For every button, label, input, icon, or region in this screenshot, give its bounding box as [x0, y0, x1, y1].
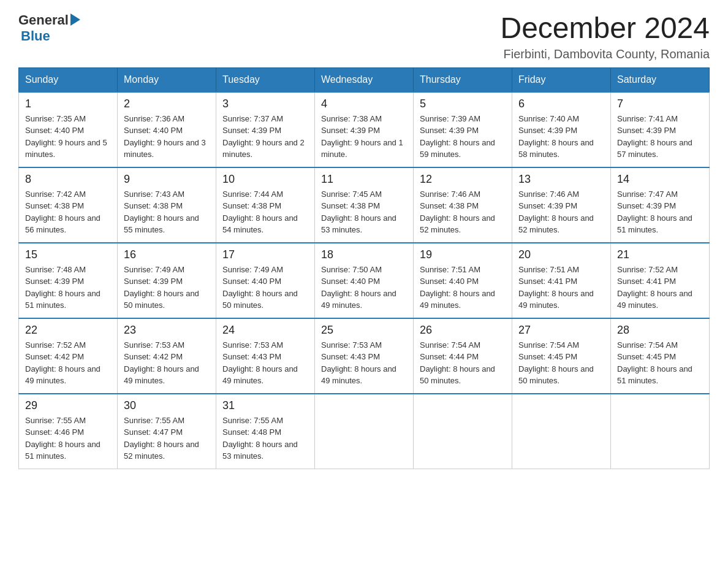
page-header: General Blue December 2024 Fierbinti, Da…	[18, 12, 710, 61]
day-info: Sunrise: 7:55 AMSunset: 4:47 PMDaylight:…	[124, 415, 210, 462]
calendar-day-28: 28Sunrise: 7:54 AMSunset: 4:45 PMDayligh…	[611, 318, 710, 394]
day-number: 14	[617, 173, 703, 186]
day-info: Sunrise: 7:55 AMSunset: 4:46 PMDaylight:…	[25, 415, 111, 462]
day-number: 28	[617, 324, 703, 337]
day-info: Sunrise: 7:52 AMSunset: 4:41 PMDaylight:…	[617, 264, 703, 312]
day-info: Sunrise: 7:53 AMSunset: 4:43 PMDaylight:…	[321, 339, 407, 387]
day-header-monday: Monday	[118, 67, 216, 92]
calendar-header-row: SundayMondayTuesdayWednesdayThursdayFrid…	[19, 67, 710, 92]
calendar-day-4: 4Sunrise: 7:38 AMSunset: 4:39 PMDaylight…	[315, 92, 414, 167]
day-number: 27	[518, 324, 604, 337]
calendar-day-20: 20Sunrise: 7:51 AMSunset: 4:41 PMDayligh…	[512, 243, 611, 318]
day-number: 11	[321, 173, 407, 186]
day-number: 12	[420, 173, 506, 186]
logo-blue-text: Blue	[21, 28, 50, 44]
calendar-day-16: 16Sunrise: 7:49 AMSunset: 4:39 PMDayligh…	[118, 243, 216, 318]
logo: General Blue	[18, 12, 80, 44]
day-info: Sunrise: 7:54 AMSunset: 4:45 PMDaylight:…	[617, 339, 703, 387]
day-info: Sunrise: 7:55 AMSunset: 4:48 PMDaylight:…	[222, 415, 308, 462]
day-number: 25	[321, 324, 407, 337]
calendar-day-6: 6Sunrise: 7:40 AMSunset: 4:39 PMDaylight…	[512, 92, 611, 167]
day-number: 10	[222, 173, 308, 186]
calendar-day-22: 22Sunrise: 7:52 AMSunset: 4:42 PMDayligh…	[19, 318, 118, 394]
calendar-day-25: 25Sunrise: 7:53 AMSunset: 4:43 PMDayligh…	[315, 318, 414, 394]
day-info: Sunrise: 7:39 AMSunset: 4:39 PMDaylight:…	[420, 113, 506, 161]
calendar-week-3: 15Sunrise: 7:48 AMSunset: 4:39 PMDayligh…	[19, 243, 710, 318]
day-header-friday: Friday	[512, 67, 611, 92]
calendar-week-1: 1Sunrise: 7:35 AMSunset: 4:40 PMDaylight…	[19, 92, 710, 167]
calendar-day-23: 23Sunrise: 7:53 AMSunset: 4:42 PMDayligh…	[118, 318, 216, 394]
calendar-day-7: 7Sunrise: 7:41 AMSunset: 4:39 PMDaylight…	[611, 92, 710, 167]
day-info: Sunrise: 7:45 AMSunset: 4:38 PMDaylight:…	[321, 188, 407, 236]
day-number: 5	[420, 98, 506, 110]
day-info: Sunrise: 7:47 AMSunset: 4:39 PMDaylight:…	[617, 188, 703, 236]
day-number: 15	[25, 248, 111, 261]
day-info: Sunrise: 7:49 AMSunset: 4:39 PMDaylight:…	[124, 264, 210, 312]
day-number: 24	[222, 324, 308, 337]
calendar-empty-cell	[414, 394, 512, 469]
day-info: Sunrise: 7:40 AMSunset: 4:39 PMDaylight:…	[518, 113, 604, 161]
calendar-day-8: 8Sunrise: 7:42 AMSunset: 4:38 PMDaylight…	[19, 167, 118, 243]
day-number: 19	[420, 248, 506, 261]
day-info: Sunrise: 7:35 AMSunset: 4:40 PMDaylight:…	[25, 113, 111, 161]
day-info: Sunrise: 7:51 AMSunset: 4:41 PMDaylight:…	[518, 264, 604, 312]
day-number: 30	[124, 399, 210, 412]
day-info: Sunrise: 7:54 AMSunset: 4:45 PMDaylight:…	[518, 339, 604, 387]
calendar-day-14: 14Sunrise: 7:47 AMSunset: 4:39 PMDayligh…	[611, 167, 710, 243]
day-number: 13	[518, 173, 604, 186]
day-number: 26	[420, 324, 506, 337]
day-header-wednesday: Wednesday	[315, 67, 414, 92]
title-block: December 2024 Fierbinti, Dambovita Count…	[500, 12, 710, 61]
day-info: Sunrise: 7:50 AMSunset: 4:40 PMDaylight:…	[321, 264, 407, 312]
calendar-day-2: 2Sunrise: 7:36 AMSunset: 4:40 PMDaylight…	[118, 92, 216, 167]
calendar-empty-cell	[512, 394, 611, 469]
day-number: 3	[222, 98, 308, 110]
calendar-day-15: 15Sunrise: 7:48 AMSunset: 4:39 PMDayligh…	[19, 243, 118, 318]
logo-arrow-icon	[70, 13, 80, 26]
calendar-day-5: 5Sunrise: 7:39 AMSunset: 4:39 PMDaylight…	[414, 92, 512, 167]
calendar-day-12: 12Sunrise: 7:46 AMSunset: 4:38 PMDayligh…	[414, 167, 512, 243]
day-info: Sunrise: 7:52 AMSunset: 4:42 PMDaylight:…	[25, 339, 111, 387]
calendar-empty-cell	[611, 394, 710, 469]
calendar-table: SundayMondayTuesdayWednesdayThursdayFrid…	[18, 67, 710, 469]
calendar-day-21: 21Sunrise: 7:52 AMSunset: 4:41 PMDayligh…	[611, 243, 710, 318]
calendar-day-27: 27Sunrise: 7:54 AMSunset: 4:45 PMDayligh…	[512, 318, 611, 394]
calendar-day-31: 31Sunrise: 7:55 AMSunset: 4:48 PMDayligh…	[216, 394, 315, 469]
day-number: 6	[518, 98, 604, 110]
day-info: Sunrise: 7:51 AMSunset: 4:40 PMDaylight:…	[420, 264, 506, 312]
day-info: Sunrise: 7:38 AMSunset: 4:39 PMDaylight:…	[321, 113, 407, 161]
day-number: 1	[25, 98, 111, 110]
day-number: 16	[124, 248, 210, 261]
day-header-tuesday: Tuesday	[216, 67, 315, 92]
day-number: 20	[518, 248, 604, 261]
day-info: Sunrise: 7:36 AMSunset: 4:40 PMDaylight:…	[124, 113, 210, 161]
day-number: 9	[124, 173, 210, 186]
calendar-day-17: 17Sunrise: 7:49 AMSunset: 4:40 PMDayligh…	[216, 243, 315, 318]
calendar-day-30: 30Sunrise: 7:55 AMSunset: 4:47 PMDayligh…	[118, 394, 216, 469]
day-number: 29	[25, 399, 111, 412]
calendar-day-26: 26Sunrise: 7:54 AMSunset: 4:44 PMDayligh…	[414, 318, 512, 394]
calendar-day-29: 29Sunrise: 7:55 AMSunset: 4:46 PMDayligh…	[19, 394, 118, 469]
day-info: Sunrise: 7:54 AMSunset: 4:44 PMDaylight:…	[420, 339, 506, 387]
day-number: 2	[124, 98, 210, 110]
calendar-empty-cell	[315, 394, 414, 469]
calendar-day-1: 1Sunrise: 7:35 AMSunset: 4:40 PMDaylight…	[19, 92, 118, 167]
day-info: Sunrise: 7:48 AMSunset: 4:39 PMDaylight:…	[25, 264, 111, 312]
day-info: Sunrise: 7:43 AMSunset: 4:38 PMDaylight:…	[124, 188, 210, 236]
calendar-week-5: 29Sunrise: 7:55 AMSunset: 4:46 PMDayligh…	[19, 394, 710, 469]
calendar-day-24: 24Sunrise: 7:53 AMSunset: 4:43 PMDayligh…	[216, 318, 315, 394]
day-info: Sunrise: 7:44 AMSunset: 4:38 PMDaylight:…	[222, 188, 308, 236]
day-header-sunday: Sunday	[19, 67, 118, 92]
day-info: Sunrise: 7:49 AMSunset: 4:40 PMDaylight:…	[222, 264, 308, 312]
day-info: Sunrise: 7:46 AMSunset: 4:39 PMDaylight:…	[518, 188, 604, 236]
calendar-day-18: 18Sunrise: 7:50 AMSunset: 4:40 PMDayligh…	[315, 243, 414, 318]
day-header-saturday: Saturday	[611, 67, 710, 92]
calendar-week-2: 8Sunrise: 7:42 AMSunset: 4:38 PMDaylight…	[19, 167, 710, 243]
month-year-title: December 2024	[500, 12, 710, 45]
day-info: Sunrise: 7:42 AMSunset: 4:38 PMDaylight:…	[25, 188, 111, 236]
day-number: 7	[617, 98, 703, 110]
day-info: Sunrise: 7:53 AMSunset: 4:42 PMDaylight:…	[124, 339, 210, 387]
calendar-day-3: 3Sunrise: 7:37 AMSunset: 4:39 PMDaylight…	[216, 92, 315, 167]
day-number: 4	[321, 98, 407, 110]
calendar-week-4: 22Sunrise: 7:52 AMSunset: 4:42 PMDayligh…	[19, 318, 710, 394]
